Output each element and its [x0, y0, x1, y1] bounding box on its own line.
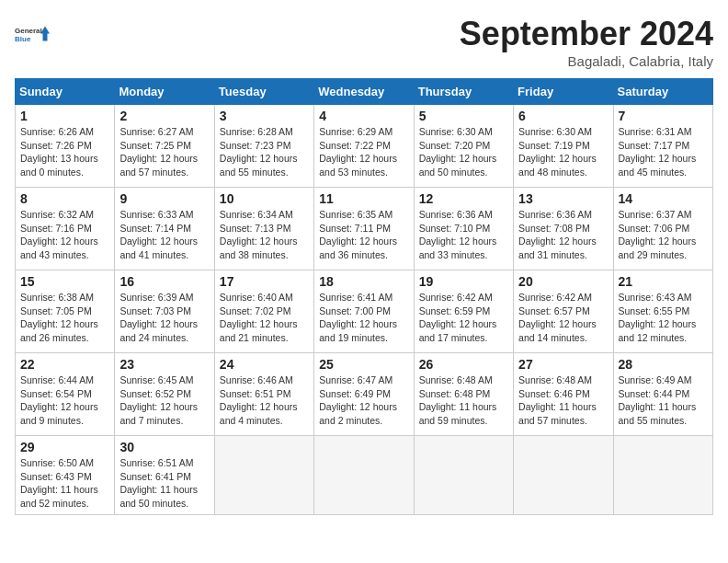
day-info: Sunrise: 6:30 AM Sunset: 7:20 PM Dayligh… — [419, 125, 508, 179]
calendar-cell: 7Sunrise: 6:31 AM Sunset: 7:17 PM Daylig… — [613, 105, 712, 188]
calendar-cell: 20Sunrise: 6:42 AM Sunset: 6:57 PM Dayli… — [514, 270, 613, 353]
day-header-saturday: Saturday — [613, 79, 712, 105]
day-header-friday: Friday — [514, 79, 613, 105]
day-info: Sunrise: 6:45 AM Sunset: 6:52 PM Dayligh… — [119, 373, 209, 428]
day-info: Sunrise: 6:49 AM Sunset: 6:44 PM Dayligh… — [619, 373, 708, 428]
week-row-4: 22Sunrise: 6:44 AM Sunset: 6:54 PM Dayli… — [16, 353, 713, 436]
calendar-cell: 27Sunrise: 6:48 AM Sunset: 6:46 PM Dayli… — [514, 353, 613, 436]
day-number: 17 — [220, 274, 309, 289]
calendar-cell: 26Sunrise: 6:48 AM Sunset: 6:48 PM Dayli… — [414, 353, 513, 436]
day-info: Sunrise: 6:47 AM Sunset: 6:49 PM Dayligh… — [319, 373, 408, 428]
calendar-cell: 10Sunrise: 6:34 AM Sunset: 7:13 PM Dayli… — [214, 188, 313, 270]
logo: General Blue — [15, 15, 51, 53]
calendar-cell: 8Sunrise: 6:32 AM Sunset: 7:16 PM Daylig… — [16, 188, 115, 270]
calendar-cell: 5Sunrise: 6:30 AM Sunset: 7:20 PM Daylig… — [414, 105, 513, 188]
calendar-cell: 12Sunrise: 6:36 AM Sunset: 7:10 PM Dayli… — [414, 188, 513, 270]
day-info: Sunrise: 6:46 AM Sunset: 6:51 PM Dayligh… — [220, 373, 309, 428]
day-number: 14 — [619, 191, 708, 206]
day-number: 23 — [119, 357, 209, 372]
day-number: 9 — [119, 191, 209, 206]
svg-text:Blue: Blue — [15, 35, 31, 43]
day-info: Sunrise: 6:37 AM Sunset: 7:06 PM Dayligh… — [619, 208, 708, 262]
day-info: Sunrise: 6:31 AM Sunset: 7:17 PM Dayligh… — [619, 125, 708, 179]
day-number: 4 — [319, 109, 408, 123]
day-number: 22 — [20, 357, 109, 372]
day-number: 2 — [119, 109, 209, 123]
calendar-cell — [314, 436, 414, 515]
day-info: Sunrise: 6:50 AM Sunset: 6:43 PM Dayligh… — [20, 456, 109, 511]
day-number: 8 — [20, 191, 109, 206]
day-info: Sunrise: 6:41 AM Sunset: 7:00 PM Dayligh… — [319, 291, 408, 345]
day-info: Sunrise: 6:36 AM Sunset: 7:08 PM Dayligh… — [518, 208, 608, 262]
calendar-cell — [414, 436, 513, 515]
day-info: Sunrise: 6:35 AM Sunset: 7:11 PM Dayligh… — [319, 208, 408, 262]
calendar-cell: 14Sunrise: 6:37 AM Sunset: 7:06 PM Dayli… — [613, 188, 712, 270]
calendar-cell — [514, 436, 613, 515]
day-number: 19 — [419, 274, 508, 289]
calendar-cell: 13Sunrise: 6:36 AM Sunset: 7:08 PM Dayli… — [514, 188, 613, 270]
calendar-cell — [214, 436, 313, 515]
header: General Blue September 2024 Bagaladi, Ca… — [15, 15, 713, 69]
day-number: 21 — [619, 274, 708, 289]
day-number: 24 — [220, 357, 309, 372]
day-info: Sunrise: 6:28 AM Sunset: 7:23 PM Dayligh… — [220, 125, 309, 179]
day-info: Sunrise: 6:30 AM Sunset: 7:19 PM Dayligh… — [518, 125, 608, 179]
day-info: Sunrise: 6:32 AM Sunset: 7:16 PM Dayligh… — [20, 208, 109, 262]
calendar-cell: 16Sunrise: 6:39 AM Sunset: 7:03 PM Dayli… — [115, 270, 214, 353]
day-number: 10 — [220, 191, 309, 206]
calendar-cell: 28Sunrise: 6:49 AM Sunset: 6:44 PM Dayli… — [613, 353, 712, 436]
day-info: Sunrise: 6:48 AM Sunset: 6:46 PM Dayligh… — [518, 373, 608, 428]
day-info: Sunrise: 6:48 AM Sunset: 6:48 PM Dayligh… — [419, 373, 508, 428]
day-number: 5 — [419, 109, 508, 123]
month-title: September 2024 — [460, 15, 713, 53]
day-number: 18 — [319, 274, 408, 289]
day-info: Sunrise: 6:44 AM Sunset: 6:54 PM Dayligh… — [20, 373, 109, 428]
day-info: Sunrise: 6:38 AM Sunset: 7:05 PM Dayligh… — [20, 291, 109, 345]
day-info: Sunrise: 6:29 AM Sunset: 7:22 PM Dayligh… — [319, 125, 408, 179]
week-row-3: 15Sunrise: 6:38 AM Sunset: 7:05 PM Dayli… — [16, 270, 713, 353]
day-header-monday: Monday — [115, 79, 214, 105]
day-info: Sunrise: 6:42 AM Sunset: 6:59 PM Dayligh… — [419, 291, 508, 345]
day-number: 20 — [518, 274, 608, 289]
day-number: 1 — [20, 109, 109, 123]
day-info: Sunrise: 6:36 AM Sunset: 7:10 PM Dayligh… — [419, 208, 508, 262]
day-number: 7 — [619, 109, 708, 123]
calendar-cell: 30Sunrise: 6:51 AM Sunset: 6:41 PM Dayli… — [115, 436, 214, 515]
calendar-cell: 21Sunrise: 6:43 AM Sunset: 6:55 PM Dayli… — [613, 270, 712, 353]
day-info: Sunrise: 6:43 AM Sunset: 6:55 PM Dayligh… — [619, 291, 708, 345]
day-number: 3 — [220, 109, 309, 123]
day-header-wednesday: Wednesday — [314, 79, 414, 105]
day-info: Sunrise: 6:42 AM Sunset: 6:57 PM Dayligh… — [518, 291, 608, 345]
calendar-cell: 11Sunrise: 6:35 AM Sunset: 7:11 PM Dayli… — [314, 188, 414, 270]
calendar-cell: 17Sunrise: 6:40 AM Sunset: 7:02 PM Dayli… — [214, 270, 313, 353]
day-number: 27 — [518, 357, 608, 372]
week-row-1: 1Sunrise: 6:26 AM Sunset: 7:26 PM Daylig… — [16, 105, 713, 188]
calendar-cell: 9Sunrise: 6:33 AM Sunset: 7:14 PM Daylig… — [115, 188, 214, 270]
day-number: 16 — [119, 274, 209, 289]
day-number: 29 — [20, 440, 109, 454]
day-info: Sunrise: 6:26 AM Sunset: 7:26 PM Dayligh… — [20, 125, 109, 179]
week-row-5: 29Sunrise: 6:50 AM Sunset: 6:43 PM Dayli… — [16, 436, 713, 515]
day-number: 15 — [20, 274, 109, 289]
day-number: 26 — [419, 357, 508, 372]
title-area: September 2024 Bagaladi, Calabria, Italy — [460, 15, 713, 69]
day-info: Sunrise: 6:34 AM Sunset: 7:13 PM Dayligh… — [220, 208, 309, 262]
svg-text:General: General — [15, 27, 42, 35]
calendar-cell: 22Sunrise: 6:44 AM Sunset: 6:54 PM Dayli… — [16, 353, 115, 436]
day-number: 12 — [419, 191, 508, 206]
day-number: 6 — [518, 109, 608, 123]
day-header-tuesday: Tuesday — [214, 79, 313, 105]
day-info: Sunrise: 6:39 AM Sunset: 7:03 PM Dayligh… — [119, 291, 209, 345]
location: Bagaladi, Calabria, Italy — [460, 53, 713, 69]
day-info: Sunrise: 6:27 AM Sunset: 7:25 PM Dayligh… — [119, 125, 209, 179]
day-number: 13 — [518, 191, 608, 206]
logo-svg: General Blue — [15, 15, 51, 53]
calendar-cell: 18Sunrise: 6:41 AM Sunset: 7:00 PM Dayli… — [314, 270, 414, 353]
calendar-cell: 29Sunrise: 6:50 AM Sunset: 6:43 PM Dayli… — [16, 436, 115, 515]
day-info: Sunrise: 6:51 AM Sunset: 6:41 PM Dayligh… — [119, 456, 209, 511]
day-number: 11 — [319, 191, 408, 206]
day-number: 28 — [619, 357, 708, 372]
header-row: SundayMondayTuesdayWednesdayThursdayFrid… — [16, 79, 713, 105]
calendar-cell: 23Sunrise: 6:45 AM Sunset: 6:52 PM Dayli… — [115, 353, 214, 436]
calendar-cell — [613, 436, 712, 515]
